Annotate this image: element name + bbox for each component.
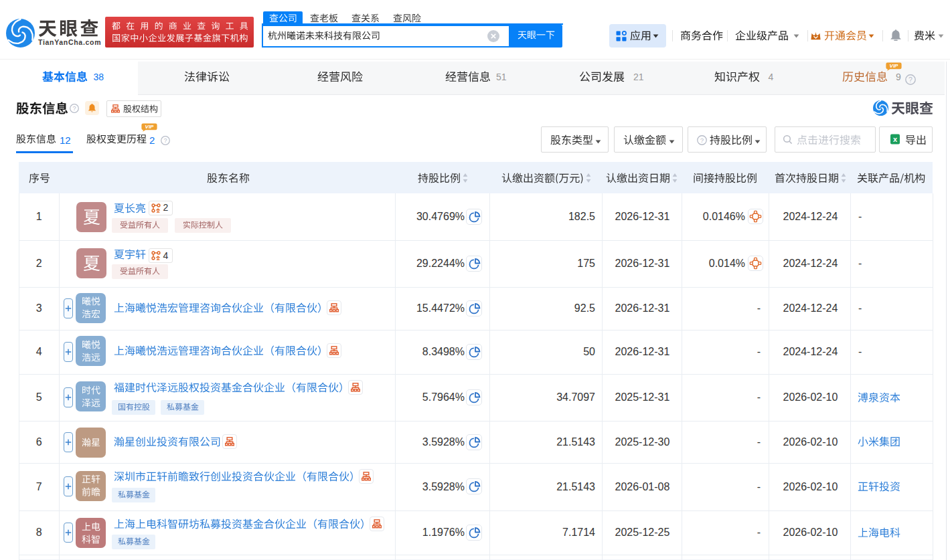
svg-text:x: x (893, 135, 898, 143)
svg-text:VIP: VIP (145, 124, 155, 130)
svg-text:?: ? (163, 137, 167, 144)
svg-text:?: ? (72, 105, 76, 112)
svg-text:VIP: VIP (890, 63, 899, 69)
svg-text:?: ? (700, 136, 704, 144)
svg-text:?: ? (908, 75, 913, 83)
